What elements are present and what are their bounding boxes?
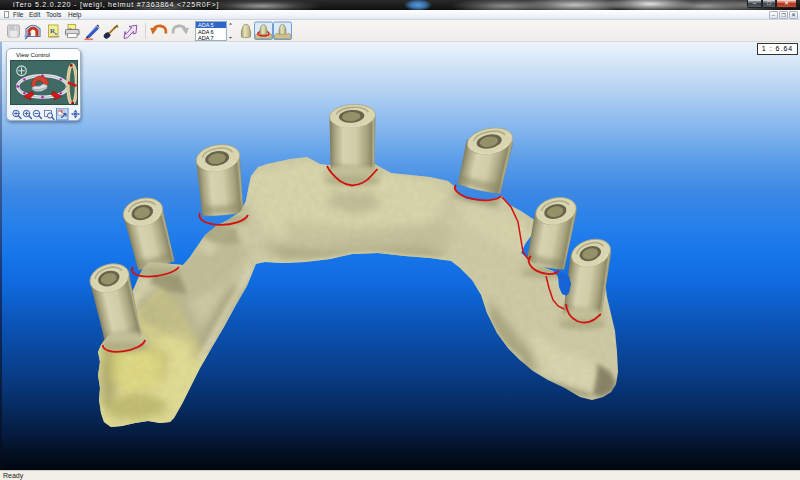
svg-text:ADA 7: ADA 7 xyxy=(198,35,214,41)
svg-text:ADA 5: ADA 5 xyxy=(198,22,214,28)
